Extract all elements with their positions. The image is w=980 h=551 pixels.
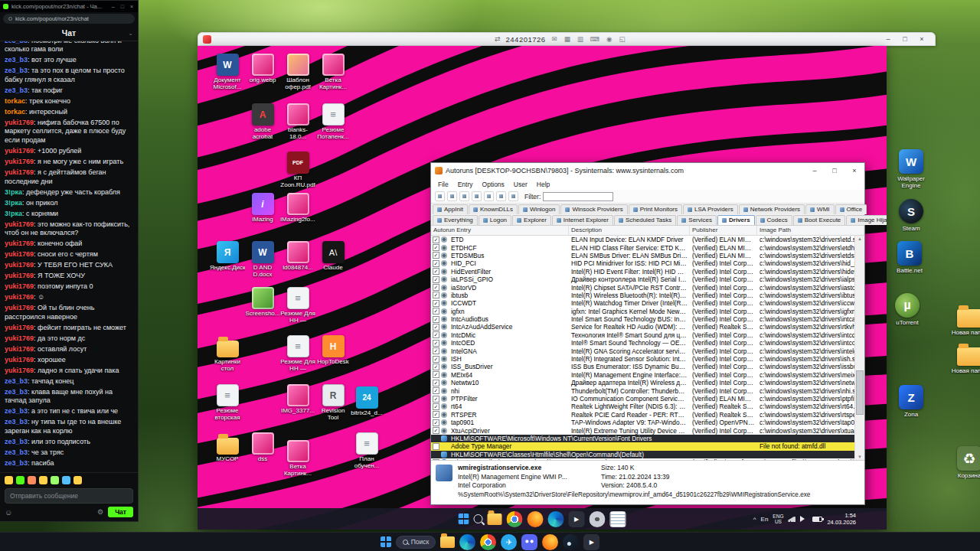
desktop-icon[interactable]: ≡ План обучен...: [349, 432, 384, 470]
maximize-button[interactable]: □: [825, 163, 844, 178]
tab[interactable]: Internet Explorer: [552, 215, 613, 225]
chat-username[interactable]: ze3_b3: [5, 41, 31, 44]
column-header-description[interactable]: Description: [569, 226, 690, 235]
chat-username[interactable]: ze3_b3: [5, 407, 31, 415]
taskbar-app-icon[interactable]: [610, 511, 626, 527]
autoruns-row[interactable]: nhi Thunderbolt(TM) Controller: Thunderb…: [431, 386, 854, 394]
chat-username[interactable]: yuki1769: [5, 367, 38, 374]
remote-desktop-area[interactable]: W Документ Microsof... orig.webp Шаблон …: [198, 46, 887, 530]
minimize-button[interactable]: –: [805, 163, 825, 178]
taskbar-app-icon[interactable]: [583, 534, 599, 550]
enabled-checkbox[interactable]: [433, 331, 439, 338]
tab[interactable]: Services: [677, 215, 717, 225]
desktop-icon[interactable]: PDF КП Zoon.RU.pdf: [280, 152, 315, 189]
close-button[interactable]: ×: [844, 163, 864, 178]
filter-input[interactable]: [543, 192, 613, 201]
maximize-button[interactable]: □: [897, 35, 913, 43]
chat-username[interactable]: ze3_b3: [5, 459, 31, 467]
chat-username[interactable]: yuki1769: [5, 168, 38, 176]
desktop-icon[interactable]: ≡ Резюме Для НН — Нерс...: [280, 287, 315, 325]
autoruns-row[interactable]: IntelGNA Intel(R) GNA Scoring Accelerato…: [431, 347, 854, 354]
desktop-icon[interactable]: Я Яндекс.Диск: [210, 241, 245, 272]
language-indicator[interactable]: ENG US: [773, 514, 783, 524]
desktop-icon[interactable]: Ветка Картинк...: [315, 54, 351, 91]
chat-username[interactable]: yuki1769: [5, 356, 38, 364]
enabled-checkbox[interactable]: [433, 356, 439, 363]
column-header-publisher[interactable]: Publisher: [690, 226, 757, 235]
url-field[interactable]: kick.com/popout/nor23n/chat: [3, 14, 135, 24]
emote-icon[interactable]: [62, 476, 70, 484]
taskbar-app-icon[interactable]: [440, 536, 455, 548]
tray-overflow-chevron[interactable]: ^: [753, 516, 756, 523]
emote-picker-icon[interactable]: ☺: [5, 508, 12, 517]
autoruns-row[interactable]: RTSPER Realtek PCIE Card Reader - PER: R…: [431, 411, 854, 419]
tab[interactable]: AppInit: [433, 204, 468, 214]
tab[interactable]: Explorer: [512, 215, 551, 225]
toolbar-button[interactable]: [484, 191, 494, 201]
desktop-icon[interactable]: Новая папка: [948, 342, 980, 374]
chat-username[interactable]: ze3_b3: [5, 438, 31, 445]
chat-username[interactable]: 3!рка: [5, 210, 26, 217]
vertical-scrollbar[interactable]: [854, 236, 864, 460]
autoruns-row[interactable]: IntcAzAudAddService Service for Realtek …: [431, 323, 854, 331]
desktop-icon[interactable]: iMazing2fo...: [280, 193, 315, 223]
autoruns-row[interactable]: IntcAudioBus Intel Smart Sound Technolog…: [431, 315, 854, 323]
tab[interactable]: LSA Providers: [683, 204, 738, 214]
autoruns-row[interactable]: IntcOED Intel® Smart Sound Technology — …: [431, 339, 854, 347]
chat-username[interactable]: yuki1769: [5, 220, 38, 228]
desktop-icon[interactable]: dss: [245, 432, 280, 463]
chat-username[interactable]: 3!рка: [5, 188, 26, 196]
chat-window-titlebar[interactable]: kick.com/popout/nor23n/chat - Ча... – □ …: [0, 1, 138, 12]
tab[interactable]: KnownDLLs: [469, 204, 518, 214]
close-button[interactable]: ×: [913, 35, 930, 43]
session-action-icon[interactable]: ✉: [551, 35, 558, 43]
enabled-checkbox[interactable]: [433, 260, 439, 267]
autoruns-row[interactable]: ETDHCF ELAN HID Class Filter Service: ET…: [431, 243, 854, 251]
emote-icon[interactable]: [74, 476, 82, 484]
autoruns-row[interactable]: MEIx64 Intel(R) Management Engine Interf…: [431, 371, 854, 379]
chat-username[interactable]: yuki1769: [5, 345, 38, 353]
chat-username[interactable]: ze3_b3: [5, 418, 31, 425]
taskbar-app-icon[interactable]: [542, 534, 558, 550]
tab[interactable]: Everything: [433, 215, 478, 225]
taskbar-app-icon[interactable]: [501, 534, 517, 550]
chat-username[interactable]: yuki1769: [5, 158, 38, 165]
tab[interactable]: Office: [835, 204, 867, 214]
autoruns-row[interactable]: rt64 Realtek LightWeight Filter (NDIS 6.…: [431, 403, 854, 410]
enabled-checkbox[interactable]: [433, 308, 439, 315]
chat-username[interactable]: 3!рка: [5, 199, 26, 207]
chat-username[interactable]: yuki1769: [5, 293, 38, 301]
desktop-icon[interactable]: blanks-18.0...: [280, 103, 315, 141]
autoruns-row[interactable]: XtuAcpiDriver Intel(R) Extreme Tuning Ut…: [431, 426, 854, 434]
toolbar-button[interactable]: [459, 191, 469, 201]
taskbar-app-icon[interactable]: [459, 534, 475, 550]
session-action-icon[interactable]: ◱: [619, 35, 626, 43]
taskbar-clock[interactable]: 1:54 24.03.2026: [827, 512, 856, 527]
desktop-icon[interactable]: Ветка Картинк...: [280, 440, 315, 478]
tab[interactable]: Winlogon: [518, 204, 560, 214]
volume-icon[interactable]: [800, 516, 808, 522]
tab[interactable]: WMI: [805, 204, 834, 214]
taskbar-app-icon[interactable]: [480, 534, 496, 550]
desktop-icon[interactable]: A adobe acrobat: [245, 103, 280, 141]
desktop-icon[interactable]: A\ Claude: [315, 241, 351, 272]
taskbar-search-box[interactable]: Поиск: [396, 536, 436, 549]
tab[interactable]: Network Providers: [739, 204, 805, 214]
tab[interactable]: Boot Execute: [793, 215, 846, 225]
enabled-checkbox[interactable]: [433, 316, 439, 323]
tab[interactable]: Winsock Providers: [560, 204, 627, 214]
enabled-checkbox[interactable]: [433, 268, 439, 275]
desktop-icon[interactable]: H HopToDesk: [315, 335, 351, 366]
taskbar-app-icon[interactable]: [507, 511, 523, 527]
start-button[interactable]: [459, 514, 469, 524]
column-header-image-path[interactable]: Image Path: [757, 226, 864, 235]
desktop-icon[interactable]: Новая папка: [948, 304, 980, 336]
desktop-icon[interactable]: orig.webp: [245, 54, 280, 84]
emote-icon[interactable]: [16, 476, 24, 484]
chat-settings-gear-icon[interactable]: ⚙: [97, 508, 103, 516]
desktop-icon[interactable]: Screensho...: [245, 287, 280, 318]
enabled-checkbox[interactable]: [433, 347, 439, 354]
expand-icon[interactable]: ⌄: [128, 30, 133, 37]
toolbar-button[interactable]: [508, 191, 518, 201]
minimize-button[interactable]: –: [110, 4, 116, 9]
